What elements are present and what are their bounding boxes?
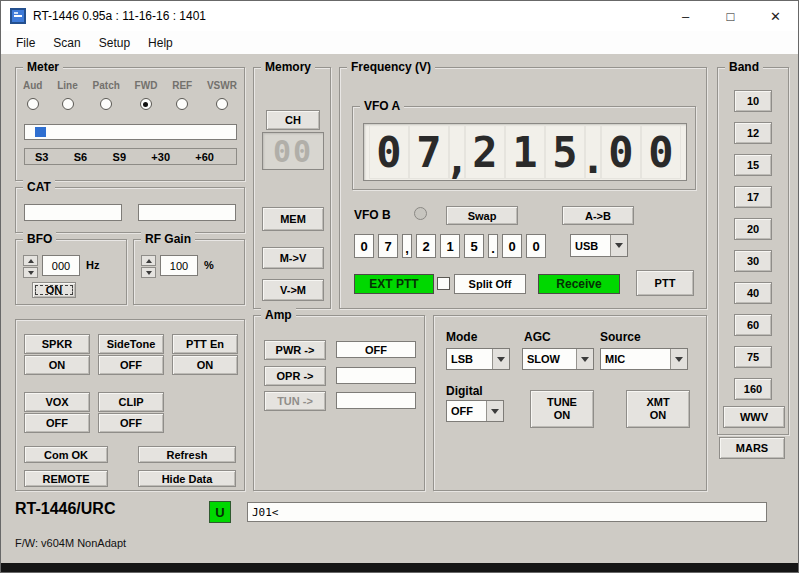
- vfo-b-decimal-point: .: [488, 234, 498, 258]
- radio-line[interactable]: [62, 98, 74, 110]
- vfo-to-mem-button[interactable]: V->M: [262, 279, 324, 301]
- band-button-15[interactable]: 15: [734, 154, 772, 176]
- mode-select[interactable]: LSB: [446, 348, 510, 370]
- source-select-value: MIC: [601, 349, 670, 369]
- remote-button[interactable]: REMOTE: [24, 470, 108, 487]
- refresh-button[interactable]: Refresh: [138, 446, 236, 463]
- vox-state-button[interactable]: OFF: [24, 413, 90, 433]
- radio-vswr[interactable]: [216, 98, 228, 110]
- window-title: RT-1446 0.95a : 11-16-16 : 1401: [33, 9, 206, 23]
- chevron-down-icon[interactable]: [576, 349, 593, 369]
- cat-field-right[interactable]: [138, 204, 236, 221]
- chevron-down-icon[interactable]: [610, 235, 627, 256]
- band-mars-button[interactable]: MARS: [719, 437, 785, 459]
- radio-fwd[interactable]: [140, 98, 152, 110]
- close-button[interactable]: ✕: [753, 1, 798, 31]
- vfo-a-digit: 1: [505, 125, 545, 179]
- bfo-value-field[interactable]: 000: [42, 255, 80, 276]
- vfo-b-digit[interactable]: 2: [416, 234, 436, 258]
- band-button-20[interactable]: 20: [734, 218, 772, 240]
- menu-scan[interactable]: Scan: [44, 36, 89, 50]
- meter-option-aud[interactable]: Aud: [23, 80, 42, 110]
- band-button-60[interactable]: 60: [734, 314, 772, 336]
- xmt-button[interactable]: XMT ON: [626, 390, 690, 428]
- a-to-b-button[interactable]: A->B: [562, 206, 634, 225]
- vfo-b-digit[interactable]: 0: [526, 234, 546, 258]
- vfo-b-mode-select[interactable]: USB: [570, 234, 628, 257]
- tune-button[interactable]: TUNE ON: [530, 390, 594, 428]
- mem-to-vfo-button[interactable]: M->V: [262, 247, 324, 269]
- source-select[interactable]: MIC: [600, 348, 688, 370]
- bfo-on-button[interactable]: ON: [32, 282, 76, 298]
- frequency-group: Frequency (V) VFO A 0 7 , 2 1 5 . 0 0 VF…: [339, 67, 707, 309]
- vfo-b-digit[interactable]: 0: [502, 234, 522, 258]
- data-log-field[interactable]: J01<: [247, 502, 767, 522]
- menu-help[interactable]: Help: [139, 36, 182, 50]
- vfo-b-digit[interactable]: 7: [378, 234, 398, 258]
- band-group-title: Band: [725, 60, 763, 75]
- digital-select[interactable]: OFF: [446, 400, 504, 422]
- rf-gain-spinner: [141, 255, 156, 278]
- bfo-spin-up-icon[interactable]: [23, 255, 38, 266]
- band-button-75[interactable]: 75: [734, 346, 772, 368]
- chevron-down-icon[interactable]: [486, 401, 503, 421]
- spkr-state-button[interactable]: ON: [24, 355, 90, 375]
- radio-patch[interactable]: [100, 98, 112, 110]
- chevron-down-icon[interactable]: [670, 349, 687, 369]
- rf-gain-value-field[interactable]: 100: [160, 255, 198, 276]
- menu-file[interactable]: File: [7, 36, 44, 50]
- com-ok-button[interactable]: Com OK: [24, 446, 108, 463]
- bfo-spin-down-icon[interactable]: [23, 267, 38, 278]
- spkr-button[interactable]: SPKR: [24, 334, 90, 354]
- amp-pwr-button[interactable]: PWR ->: [264, 340, 326, 360]
- rf-gain-spin-down-icon[interactable]: [141, 267, 156, 278]
- band-button-10[interactable]: 10: [734, 90, 772, 112]
- ptt-en-button[interactable]: PTT En: [172, 334, 238, 354]
- band-button-40[interactable]: 40: [734, 282, 772, 304]
- vfo-b-digit[interactable]: 5: [464, 234, 484, 258]
- amp-tun-field: [336, 392, 416, 409]
- band-button-160[interactable]: 160: [734, 378, 772, 400]
- split-checkbox[interactable]: [437, 277, 450, 290]
- band-button-30[interactable]: 30: [734, 250, 772, 272]
- meter-group-title: Meter: [23, 60, 63, 75]
- swap-button[interactable]: Swap: [446, 206, 518, 225]
- band-button-17[interactable]: 17: [734, 186, 772, 208]
- meter-option-vswr[interactable]: VSWR: [207, 80, 237, 110]
- audio-control-group: SPKR ON SideTone OFF PTT En ON VOX OFF C…: [15, 319, 245, 491]
- agc-select[interactable]: SLOW: [522, 348, 594, 370]
- rf-gain-spin-up-icon[interactable]: [141, 255, 156, 266]
- signal-meter-bar: [24, 124, 237, 140]
- band-wwv-button[interactable]: WWV: [723, 406, 785, 428]
- radio-aud[interactable]: [27, 98, 39, 110]
- ptt-button[interactable]: PTT: [636, 270, 694, 296]
- maximize-button[interactable]: □: [708, 1, 753, 31]
- ptt-en-state-button[interactable]: ON: [172, 355, 238, 375]
- menu-setup[interactable]: Setup: [90, 36, 139, 50]
- chevron-down-icon[interactable]: [492, 349, 509, 369]
- sidetone-state-button[interactable]: OFF: [98, 355, 164, 375]
- minimize-button[interactable]: –: [663, 1, 708, 31]
- clip-state-button[interactable]: OFF: [98, 413, 164, 433]
- sidetone-button[interactable]: SideTone: [98, 334, 164, 354]
- xmt-button-line1: XMT: [646, 396, 669, 409]
- vfo-b-digit[interactable]: 0: [354, 234, 374, 258]
- vfo-a-digit: 0: [601, 125, 641, 179]
- hide-data-button[interactable]: Hide Data: [138, 470, 236, 487]
- meter-option-fwd[interactable]: FWD: [135, 80, 158, 110]
- band-button-12[interactable]: 12: [734, 122, 772, 144]
- split-status[interactable]: Split Off: [454, 274, 526, 294]
- meter-option-patch[interactable]: Patch: [93, 80, 120, 110]
- vox-button[interactable]: VOX: [24, 392, 90, 412]
- mem-button[interactable]: MEM: [262, 207, 324, 231]
- rf-gain-group: RF Gain 100 %: [133, 239, 245, 305]
- amp-opr-button[interactable]: OPR ->: [264, 366, 326, 386]
- meter-option-line[interactable]: Line: [57, 80, 78, 110]
- clip-button[interactable]: CLIP: [98, 392, 164, 412]
- agc-label: AGC: [524, 330, 551, 344]
- signal-meter-fill: [35, 127, 46, 137]
- radio-ref[interactable]: [176, 98, 188, 110]
- meter-option-ref[interactable]: REF: [172, 80, 192, 110]
- vfo-b-digit[interactable]: 1: [440, 234, 460, 258]
- cat-field-left[interactable]: [24, 204, 122, 221]
